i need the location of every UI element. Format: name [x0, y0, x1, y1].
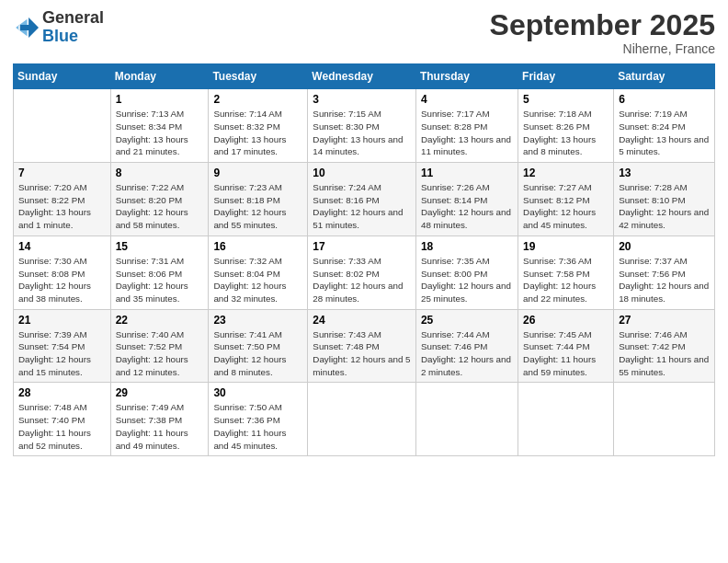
day-number: 19: [523, 240, 609, 253]
day-number: 26: [523, 314, 609, 327]
day-number: 16: [213, 240, 302, 253]
day-number: 12: [523, 167, 609, 179]
logo-line1: General: [42, 9, 104, 28]
day-cell: 23Sunrise: 7:41 AMSunset: 7:50 PMDayligh…: [209, 309, 308, 383]
day-info: Sunrise: 7:26 AMSunset: 8:14 PMDaylight:…: [421, 181, 513, 232]
day-number: 29: [116, 386, 204, 399]
day-info: Sunrise: 7:30 AMSunset: 8:08 PMDaylight:…: [18, 255, 106, 305]
day-cell: 11Sunrise: 7:26 AMSunset: 8:14 PMDayligh…: [415, 163, 518, 236]
day-info: Sunrise: 7:40 AMSunset: 7:52 PMDaylight:…: [116, 328, 204, 379]
day-cell: 19Sunrise: 7:36 AMSunset: 7:58 PMDayligh…: [518, 236, 614, 309]
day-number: 23: [213, 314, 302, 327]
week-row-5: 28Sunrise: 7:48 AMSunset: 7:40 PMDayligh…: [14, 383, 715, 456]
day-info: Sunrise: 7:18 AMSunset: 8:26 PMDaylight:…: [523, 108, 609, 158]
day-info: Sunrise: 7:20 AMSunset: 8:22 PMDaylight:…: [18, 181, 106, 232]
day-number: 14: [18, 240, 106, 253]
day-cell: 12Sunrise: 7:27 AMSunset: 8:12 PMDayligh…: [518, 163, 614, 236]
day-cell: 25Sunrise: 7:44 AMSunset: 7:46 PMDayligh…: [415, 309, 518, 383]
title-block: September 2025 Niherne, France: [490, 9, 715, 56]
day-number: 5: [523, 93, 609, 106]
day-cell: [308, 383, 416, 456]
day-number: 30: [213, 386, 302, 399]
day-cell: 8Sunrise: 7:22 AMSunset: 8:20 PMDaylight…: [110, 163, 209, 236]
day-number: 24: [313, 314, 411, 327]
page: General Blue September 2025 Niherne, Fra…: [0, 0, 728, 563]
day-cell: 18Sunrise: 7:35 AMSunset: 8:00 PMDayligh…: [415, 236, 518, 309]
col-header-tuesday: Tuesday: [209, 64, 308, 89]
day-number: 17: [313, 240, 411, 253]
day-number: 18: [421, 240, 513, 253]
day-cell: 2Sunrise: 7:14 AMSunset: 8:32 PMDaylight…: [209, 89, 308, 163]
subtitle: Niherne, France: [490, 41, 715, 56]
day-cell: 29Sunrise: 7:49 AMSunset: 7:38 PMDayligh…: [110, 383, 209, 456]
day-number: 7: [18, 167, 106, 179]
day-info: Sunrise: 7:19 AMSunset: 8:24 PMDaylight:…: [619, 108, 710, 158]
day-info: Sunrise: 7:46 AMSunset: 7:42 PMDaylight:…: [619, 328, 710, 379]
day-cell: 9Sunrise: 7:23 AMSunset: 8:18 PMDaylight…: [209, 163, 308, 236]
day-info: Sunrise: 7:24 AMSunset: 8:16 PMDaylight:…: [313, 181, 411, 232]
logo-line2: Blue: [42, 28, 104, 46]
day-cell: 1Sunrise: 7:13 AMSunset: 8:34 PMDaylight…: [110, 89, 209, 163]
header: General Blue September 2025 Niherne, Fra…: [13, 9, 715, 56]
day-number: 1: [116, 93, 204, 106]
day-info: Sunrise: 7:36 AMSunset: 7:58 PMDaylight:…: [523, 255, 609, 305]
calendar-table: SundayMondayTuesdayWednesdayThursdayFrid…: [13, 63, 715, 456]
day-cell: 3Sunrise: 7:15 AMSunset: 8:30 PMDaylight…: [308, 89, 416, 163]
day-info: Sunrise: 7:22 AMSunset: 8:20 PMDaylight:…: [116, 181, 204, 232]
day-cell: [518, 383, 614, 456]
day-info: Sunrise: 7:23 AMSunset: 8:18 PMDaylight:…: [213, 181, 302, 232]
day-cell: 24Sunrise: 7:43 AMSunset: 7:48 PMDayligh…: [308, 309, 416, 383]
day-info: Sunrise: 7:45 AMSunset: 7:44 PMDaylight:…: [523, 328, 609, 379]
header-row: SundayMondayTuesdayWednesdayThursdayFrid…: [14, 64, 715, 89]
day-cell: 14Sunrise: 7:30 AMSunset: 8:08 PMDayligh…: [14, 236, 111, 309]
day-info: Sunrise: 7:48 AMSunset: 7:40 PMDaylight:…: [18, 401, 106, 452]
day-cell: 30Sunrise: 7:50 AMSunset: 7:36 PMDayligh…: [209, 383, 308, 456]
day-cell: [415, 383, 518, 456]
col-header-thursday: Thursday: [415, 64, 518, 89]
col-header-wednesday: Wednesday: [308, 64, 416, 89]
day-cell: 13Sunrise: 7:28 AMSunset: 8:10 PMDayligh…: [614, 163, 715, 236]
day-info: Sunrise: 7:28 AMSunset: 8:10 PMDaylight:…: [619, 181, 710, 232]
day-number: 27: [619, 314, 710, 327]
day-cell: 26Sunrise: 7:45 AMSunset: 7:44 PMDayligh…: [518, 309, 614, 383]
day-number: 11: [421, 167, 513, 179]
day-number: 15: [116, 240, 204, 253]
day-info: Sunrise: 7:43 AMSunset: 7:48 PMDaylight:…: [313, 328, 411, 379]
col-header-saturday: Saturday: [614, 64, 715, 89]
day-info: Sunrise: 7:37 AMSunset: 7:56 PMDaylight:…: [619, 255, 710, 305]
day-cell: 21Sunrise: 7:39 AMSunset: 7:54 PMDayligh…: [14, 309, 111, 383]
col-header-sunday: Sunday: [14, 64, 111, 89]
day-number: 6: [619, 93, 710, 106]
day-number: 25: [421, 314, 513, 327]
day-info: Sunrise: 7:32 AMSunset: 8:04 PMDaylight:…: [213, 255, 302, 305]
week-row-3: 14Sunrise: 7:30 AMSunset: 8:08 PMDayligh…: [14, 236, 715, 309]
day-info: Sunrise: 7:14 AMSunset: 8:32 PMDaylight:…: [213, 108, 302, 158]
day-info: Sunrise: 7:31 AMSunset: 8:06 PMDaylight:…: [116, 255, 204, 305]
svg-marker-0: [20, 17, 39, 38]
day-number: 9: [213, 167, 302, 179]
col-header-friday: Friday: [518, 64, 614, 89]
week-row-4: 21Sunrise: 7:39 AMSunset: 7:54 PMDayligh…: [14, 309, 715, 383]
day-number: 22: [116, 314, 204, 327]
day-cell: 10Sunrise: 7:24 AMSunset: 8:16 PMDayligh…: [308, 163, 416, 236]
day-number: 13: [619, 167, 710, 179]
week-row-2: 7Sunrise: 7:20 AMSunset: 8:22 PMDaylight…: [14, 163, 715, 236]
day-number: 10: [313, 167, 411, 179]
main-title: September 2025: [490, 9, 715, 41]
day-cell: 17Sunrise: 7:33 AMSunset: 8:02 PMDayligh…: [308, 236, 416, 309]
day-number: 8: [116, 167, 204, 179]
day-info: Sunrise: 7:44 AMSunset: 7:46 PMDaylight:…: [421, 328, 513, 379]
day-cell: 20Sunrise: 7:37 AMSunset: 7:56 PMDayligh…: [614, 236, 715, 309]
day-number: 4: [421, 93, 513, 106]
day-cell: [614, 383, 715, 456]
day-info: Sunrise: 7:15 AMSunset: 8:30 PMDaylight:…: [313, 108, 411, 158]
day-number: 2: [213, 93, 302, 106]
week-row-1: 1Sunrise: 7:13 AMSunset: 8:34 PMDaylight…: [14, 89, 715, 163]
logo: General Blue: [13, 9, 104, 46]
day-info: Sunrise: 7:13 AMSunset: 8:34 PMDaylight:…: [116, 108, 204, 158]
day-cell: 7Sunrise: 7:20 AMSunset: 8:22 PMDaylight…: [14, 163, 111, 236]
day-number: 20: [619, 240, 710, 253]
day-info: Sunrise: 7:35 AMSunset: 8:00 PMDaylight:…: [421, 255, 513, 305]
day-cell: 27Sunrise: 7:46 AMSunset: 7:42 PMDayligh…: [614, 309, 715, 383]
day-cell: 15Sunrise: 7:31 AMSunset: 8:06 PMDayligh…: [110, 236, 209, 309]
